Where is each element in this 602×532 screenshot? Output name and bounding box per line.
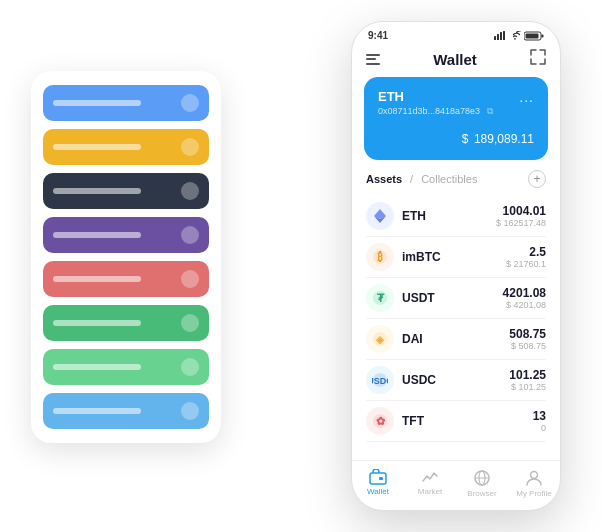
tab-separator: / bbox=[410, 173, 413, 185]
asset-item-dai[interactable]: ◈ DAI 508.75 $ 508.75 bbox=[366, 319, 546, 360]
asset-item-usdt[interactable]: ₮ USDT 4201.08 $ 4201.08 bbox=[366, 278, 546, 319]
battery-icon bbox=[524, 31, 544, 41]
card-item-lightgreen[interactable] bbox=[43, 349, 209, 385]
card-item-dark[interactable] bbox=[43, 173, 209, 209]
card-item-blue[interactable] bbox=[43, 85, 209, 121]
imbtc-name: imBTC bbox=[402, 250, 506, 264]
card-text bbox=[53, 276, 141, 282]
profile-nav-label: My Profile bbox=[516, 489, 552, 498]
usdt-values: 4201.08 $ 4201.08 bbox=[503, 286, 546, 310]
svg-rect-1 bbox=[497, 34, 499, 40]
phone-frame: 9:41 bbox=[351, 21, 561, 511]
card-text bbox=[53, 408, 141, 414]
imbtc-values: 2.5 $ 21760.1 bbox=[506, 245, 546, 269]
scene: 9:41 bbox=[11, 11, 591, 521]
svg-rect-3 bbox=[503, 31, 505, 40]
card-item-yellow[interactable] bbox=[43, 129, 209, 165]
wallet-nav-icon bbox=[369, 469, 387, 485]
card-item-red[interactable] bbox=[43, 261, 209, 297]
card-item-green[interactable] bbox=[43, 305, 209, 341]
dai-name: DAI bbox=[402, 332, 509, 346]
svg-rect-20 bbox=[370, 473, 386, 484]
eth-amount: 1004.01 bbox=[496, 204, 546, 218]
expand-arrows-icon bbox=[530, 49, 546, 65]
profile-nav-icon bbox=[525, 469, 543, 487]
add-asset-button[interactable]: + bbox=[528, 170, 546, 188]
usdc-values: 101.25 $ 101.25 bbox=[509, 368, 546, 392]
asset-item-usdc[interactable]: USDC USDC 101.25 $ 101.25 bbox=[366, 360, 546, 401]
dai-icon: ◈ bbox=[366, 325, 394, 353]
imbtc-icon: ₿ bbox=[366, 243, 394, 271]
eth-card-name: ETH bbox=[378, 89, 534, 104]
nav-browser[interactable]: Browser bbox=[456, 469, 508, 498]
top-nav: Wallet bbox=[352, 45, 560, 77]
eth-card-address: 0x08711d3b...8418a78e3 ⧉ bbox=[378, 106, 534, 117]
card-icon-purple bbox=[181, 226, 199, 244]
tft-values: 13 0 bbox=[533, 409, 546, 433]
svg-text:USDC: USDC bbox=[372, 376, 388, 386]
assets-tabs: Assets / Collectibles bbox=[366, 173, 477, 185]
card-text bbox=[53, 320, 141, 326]
usdc-usd: $ 101.25 bbox=[509, 382, 546, 392]
nav-wallet[interactable]: Wallet bbox=[352, 469, 404, 498]
svg-rect-6 bbox=[542, 34, 544, 37]
tft-name: TFT bbox=[402, 414, 533, 428]
svg-rect-7 bbox=[526, 33, 539, 38]
browser-nav-label: Browser bbox=[467, 489, 496, 498]
dai-usd: $ 508.75 bbox=[509, 341, 546, 351]
card-icon-blue bbox=[181, 94, 199, 112]
assets-header: Assets / Collectibles + bbox=[352, 170, 560, 196]
card-icon-red bbox=[181, 270, 199, 288]
asset-list: ETH 1004.01 $ 162517.48 ₿ imBTC 2.5 $ 21… bbox=[352, 196, 560, 460]
card-panel bbox=[31, 71, 221, 443]
card-text bbox=[53, 100, 141, 106]
imbtc-amount: 2.5 bbox=[506, 245, 546, 259]
card-icon-lightblue bbox=[181, 402, 199, 420]
expand-icon[interactable] bbox=[530, 49, 546, 69]
usdt-usd: $ 4201.08 bbox=[503, 300, 546, 310]
card-item-purple[interactable] bbox=[43, 217, 209, 253]
svg-rect-2 bbox=[500, 32, 502, 40]
eth-card[interactable]: ... ETH 0x08711d3b...8418a78e3 ⧉ $ 189,0… bbox=[364, 77, 548, 160]
svg-point-25 bbox=[531, 472, 538, 479]
tft-amount: 13 bbox=[533, 409, 546, 423]
tab-collectibles[interactable]: Collectibles bbox=[421, 173, 477, 185]
eth-values: 1004.01 $ 162517.48 bbox=[496, 204, 546, 228]
eth-card-balance: $ 189,089.11 bbox=[378, 125, 534, 148]
asset-item-imbtc[interactable]: ₿ imBTC 2.5 $ 21760.1 bbox=[366, 237, 546, 278]
nav-profile[interactable]: My Profile bbox=[508, 469, 560, 498]
eth-usd: $ 162517.48 bbox=[496, 218, 546, 228]
svg-rect-21 bbox=[379, 477, 383, 480]
bottom-nav: Wallet Market Browser bbox=[352, 460, 560, 510]
browser-nav-icon bbox=[473, 469, 491, 487]
eth-card-more[interactable]: ... bbox=[519, 89, 534, 105]
card-icon-yellow bbox=[181, 138, 199, 156]
usdt-name: USDT bbox=[402, 291, 503, 305]
svg-point-4 bbox=[514, 38, 516, 40]
card-text bbox=[53, 364, 141, 370]
nav-title: Wallet bbox=[433, 51, 477, 68]
card-icon-lightgreen bbox=[181, 358, 199, 376]
market-nav-icon bbox=[421, 469, 439, 485]
eth-name: ETH bbox=[402, 209, 496, 223]
svg-text:₿: ₿ bbox=[377, 251, 383, 263]
asset-item-tft[interactable]: ✿ TFT 13 0 bbox=[366, 401, 546, 442]
signal-icon bbox=[494, 31, 506, 40]
wallet-nav-label: Wallet bbox=[367, 487, 389, 496]
usdt-icon: ₮ bbox=[366, 284, 394, 312]
hamburger-icon[interactable] bbox=[366, 54, 380, 65]
status-time: 9:41 bbox=[368, 30, 388, 41]
asset-item-eth[interactable]: ETH 1004.01 $ 162517.48 bbox=[366, 196, 546, 237]
nav-market[interactable]: Market bbox=[404, 469, 456, 498]
usdc-amount: 101.25 bbox=[509, 368, 546, 382]
market-nav-label: Market bbox=[418, 487, 442, 496]
svg-text:◈: ◈ bbox=[375, 334, 385, 345]
svg-text:✿: ✿ bbox=[376, 415, 386, 427]
card-text bbox=[53, 232, 141, 238]
svg-rect-0 bbox=[494, 36, 496, 40]
card-text bbox=[53, 144, 141, 150]
card-item-lightblue[interactable] bbox=[43, 393, 209, 429]
tab-assets[interactable]: Assets bbox=[366, 173, 402, 185]
usdc-icon: USDC bbox=[366, 366, 394, 394]
copy-icon[interactable]: ⧉ bbox=[487, 106, 493, 116]
